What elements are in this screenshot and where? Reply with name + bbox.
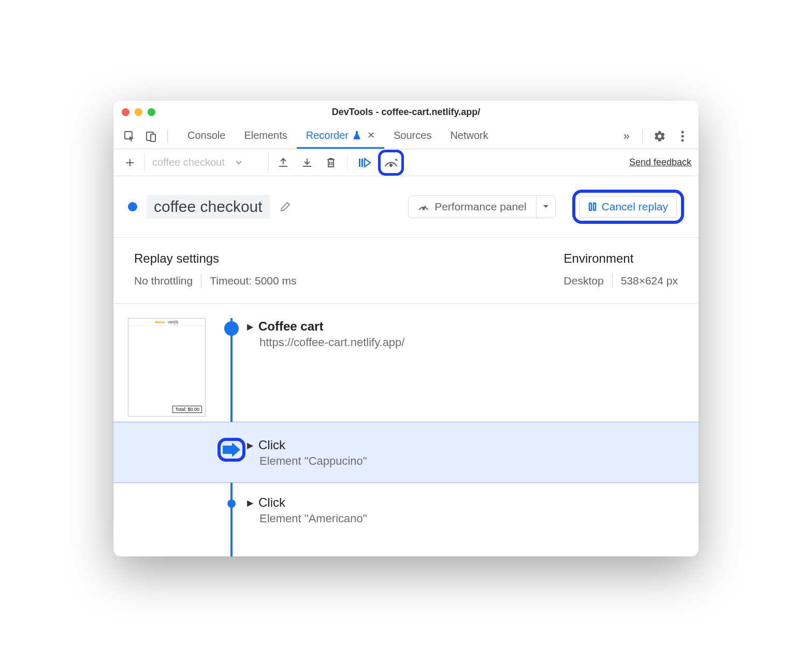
edit-title-icon[interactable]	[279, 201, 292, 213]
svg-point-3	[682, 131, 684, 133]
replay-speed-icon[interactable]	[383, 157, 399, 168]
tabstrip-divider	[642, 130, 643, 143]
window-titlebar: DevTools - coffee-cart.netlify.app/	[113, 101, 699, 123]
timeout-value[interactable]: Timeout: 5000 ms	[210, 275, 296, 287]
svg-rect-10	[589, 203, 591, 210]
thumb-chip: menu	[155, 320, 165, 324]
step-row[interactable]: menucart(0) Total: $0.00 ▶ Coffee cart h…	[113, 304, 699, 422]
svg-rect-2	[151, 134, 155, 141]
close-window-button[interactable]	[122, 108, 129, 116]
step-play-icon[interactable]	[355, 153, 374, 172]
tab-elements[interactable]: Elements	[235, 123, 296, 149]
step-subtitle: Element "Cappucino"	[259, 454, 367, 468]
window-title: DevTools - coffee-cart.netlify.app/	[113, 107, 699, 118]
recorder-toolbar: coffee checkout Send feedback	[113, 149, 699, 176]
throttling-value[interactable]: No throttling	[134, 275, 193, 287]
disclosure-triangle-icon[interactable]: ▶	[247, 322, 253, 332]
timeline-pending-node	[227, 499, 236, 508]
delete-icon[interactable]	[322, 153, 340, 172]
timeline-start-node	[224, 321, 239, 336]
replay-settings-heading: Replay settings	[134, 251, 533, 266]
settings-divider	[201, 274, 201, 288]
thumb-footer: Total: $0.00	[172, 406, 202, 413]
svg-rect-6	[359, 159, 360, 167]
devtools-tabstrip: Console Elements Recorder ✕ Sources Netw…	[113, 123, 699, 149]
more-tabs-button[interactable]: »	[619, 130, 634, 143]
performance-panel-label: Performance panel	[434, 201, 526, 213]
viewport-value: 538×624 px	[621, 275, 678, 287]
devtools-window: DevTools - coffee-cart.netlify.app/ Cons…	[113, 101, 699, 556]
export-icon[interactable]	[274, 153, 293, 172]
svg-point-5	[682, 139, 684, 141]
svg-rect-11	[593, 203, 596, 210]
new-recording-icon[interactable]	[121, 153, 139, 172]
tab-sources[interactable]: Sources	[384, 123, 441, 149]
kebab-menu-icon[interactable]	[674, 127, 691, 145]
replay-speed-highlight	[378, 150, 404, 176]
current-step-arrow-icon	[223, 443, 240, 456]
disclosure-triangle-icon[interactable]: ▶	[247, 440, 253, 450]
environment-heading: Environment	[564, 251, 678, 266]
window-controls	[122, 108, 155, 116]
cancel-replay-button[interactable]: Cancel replay	[579, 196, 677, 218]
page-thumbnail: menucart(0) Total: $0.00	[128, 318, 206, 417]
flask-icon	[353, 131, 361, 140]
tab-console[interactable]: Console	[178, 123, 235, 149]
settings-divider	[612, 274, 613, 288]
step-subtitle: Element "Americano"	[259, 512, 367, 525]
device-value: Desktop	[564, 275, 604, 287]
step-title: Click	[258, 495, 285, 510]
tab-label: Elements	[244, 130, 287, 141]
svg-point-4	[682, 135, 684, 137]
maximize-window-button[interactable]	[148, 108, 155, 116]
tab-label: Recorder	[306, 130, 349, 141]
tab-label: Console	[187, 130, 225, 141]
cancel-replay-highlight: Cancel replay	[572, 190, 684, 224]
step-subtitle: https://coffee-cart.netlify.app/	[259, 336, 404, 349]
replay-settings-section: Replay settings No throttling Timeout: 5…	[134, 251, 533, 288]
cancel-replay-label: Cancel replay	[602, 201, 668, 213]
performance-panel-button[interactable]: Performance panel	[409, 201, 535, 213]
step-title: Coffee cart	[258, 319, 323, 334]
step-row-current[interactable]: ▶ Click Element "Cappucino"	[113, 422, 699, 483]
disclosure-triangle-icon[interactable]: ▶	[247, 498, 253, 508]
performance-panel-select: Performance panel	[408, 195, 555, 218]
step-row[interactable]: ▶ Click Element "Americano"	[113, 483, 699, 535]
tab-label: Sources	[394, 130, 431, 141]
recording-status-dot	[128, 202, 137, 211]
thumb-chip: cart(0)	[168, 320, 178, 324]
settings-row: Replay settings No throttling Timeout: 5…	[113, 238, 699, 304]
toolbar-divider	[347, 155, 348, 170]
svg-point-8	[390, 164, 392, 166]
recording-title[interactable]: coffee checkout	[147, 195, 270, 219]
send-feedback-link[interactable]: Send feedback	[629, 157, 691, 168]
performance-panel-dropdown[interactable]	[536, 196, 555, 218]
minimize-window-button[interactable]	[135, 108, 142, 116]
recording-select-dropdown[interactable]: coffee checkout	[144, 153, 269, 172]
panel-tabs: Console Elements Recorder ✕ Sources Netw…	[178, 123, 498, 149]
settings-gear-icon[interactable]	[651, 127, 669, 145]
tab-network[interactable]: Network	[441, 123, 497, 149]
gauge-icon	[418, 202, 429, 212]
tabstrip-divider	[167, 130, 168, 143]
inspect-element-icon[interactable]	[121, 127, 138, 145]
steps-panel: menucart(0) Total: $0.00 ▶ Coffee cart h…	[113, 304, 699, 556]
current-step-highlight	[218, 438, 245, 462]
step-title: Click	[258, 438, 285, 452]
chevron-down-icon	[235, 160, 242, 165]
recording-select-value: coffee checkout	[152, 156, 225, 168]
tab-label: Network	[450, 130, 488, 141]
svg-rect-7	[361, 159, 363, 167]
tab-recorder[interactable]: Recorder ✕	[297, 123, 384, 149]
close-tab-icon[interactable]: ✕	[367, 130, 375, 141]
import-icon[interactable]	[298, 153, 316, 172]
recording-header: coffee checkout Performance panel Cancel…	[113, 176, 699, 238]
environment-section: Environment Desktop 538×624 px	[564, 251, 678, 288]
toggle-device-toolbar-icon[interactable]	[142, 127, 160, 145]
pause-icon	[588, 202, 597, 211]
